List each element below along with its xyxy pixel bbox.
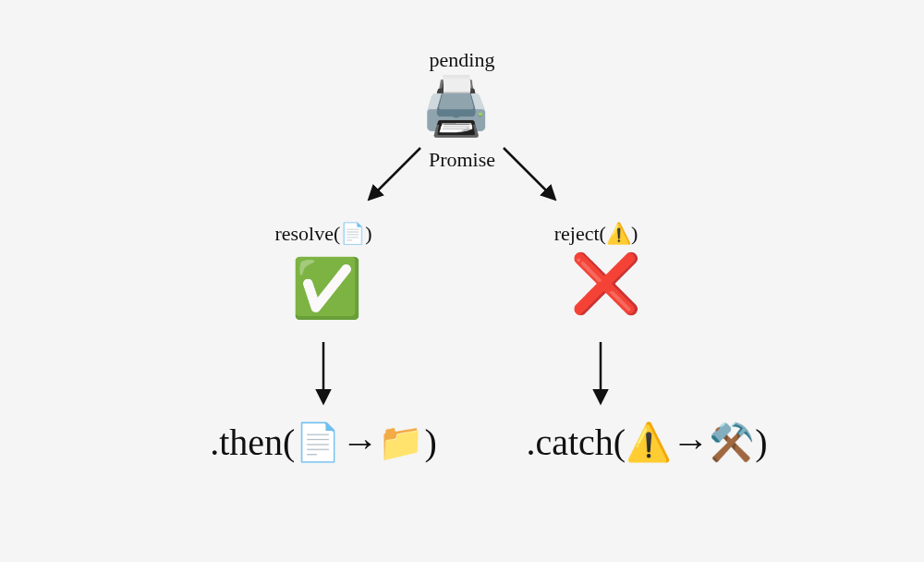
then-handler: .then(📄→📁) bbox=[139, 421, 508, 464]
cross-icon: ❌ bbox=[570, 250, 641, 317]
check-icon: ✅ bbox=[291, 254, 362, 322]
printer-icon: 🖨️ bbox=[420, 72, 492, 140]
promise-diagram: pending 🖨️ Promise resolve(📄) ✅ .then(📄→… bbox=[0, 0, 924, 562]
reject-call: reject(⚠️) bbox=[522, 222, 670, 246]
promise-label: Promise bbox=[407, 148, 517, 172]
pending-label: pending bbox=[407, 48, 517, 72]
resolve-call: resolve(📄) bbox=[240, 222, 407, 246]
catch-handler: .catch(⚠️→⚒️) bbox=[462, 421, 832, 464]
